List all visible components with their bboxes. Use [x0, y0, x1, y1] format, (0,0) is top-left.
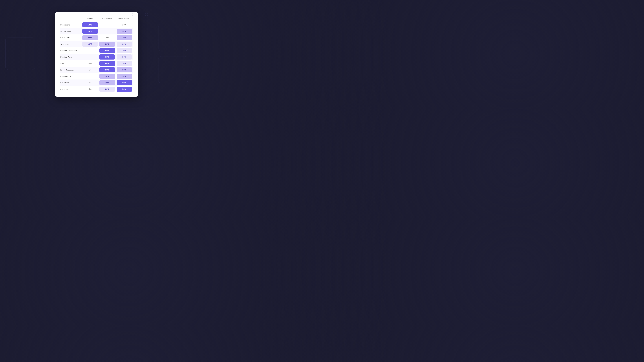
- col-header-primary: Primary items: [98, 16, 116, 21]
- cell-others: 60%: [82, 34, 98, 41]
- row-label: Integrations: [60, 24, 70, 26]
- cell-secondary: 20%: [116, 60, 133, 67]
- cell-primary: [98, 21, 116, 28]
- row-label: Function Runs: [60, 56, 72, 58]
- cell-others: 5%: [82, 86, 98, 92]
- cell-primary: 50%: [98, 73, 116, 79]
- bg-decoration-right-top: [158, 24, 188, 51]
- row-label: Signing Keys: [60, 30, 71, 32]
- cell-secondary: 50%: [116, 73, 133, 79]
- cell-secondary: 30%: [116, 54, 133, 60]
- cell-others: [82, 54, 98, 60]
- col-header-secondary: Secondary ite...: [116, 16, 133, 21]
- cell-others: 5%: [82, 67, 98, 73]
- cell-secondary: 55%: [116, 86, 133, 92]
- cell-primary: 30%: [98, 79, 116, 86]
- cell-primary: 20%: [98, 41, 116, 47]
- bg-decoration-right-bottom: [158, 56, 188, 83]
- main-card: Others Primary items Secondary ite... In…: [55, 12, 138, 97]
- cell-primary: [98, 28, 116, 34]
- cell-primary: 10%: [98, 34, 116, 41]
- cell-secondary: 60%: [116, 79, 133, 86]
- cell-secondary: 15%: [116, 21, 133, 28]
- cell-primary: 60%: [98, 54, 116, 60]
- cell-secondary: 20%: [116, 34, 133, 41]
- data-table: Others Primary items Secondary ite... In…: [60, 16, 133, 92]
- row-label: Apps: [60, 62, 64, 64]
- row-label: Functions List: [60, 75, 72, 77]
- cell-others: 20%: [82, 60, 98, 67]
- cell-others: 40%: [82, 41, 98, 47]
- row-label: Webhooks: [60, 43, 69, 45]
- cell-others: 5%: [82, 79, 98, 86]
- cell-primary: 55%: [98, 67, 116, 73]
- col-header-others: Others: [82, 16, 98, 21]
- col-header-label: [60, 16, 82, 21]
- cell-others: 70%: [82, 28, 98, 34]
- cell-others: 75%: [82, 21, 98, 28]
- row-label: Event Dashboard: [60, 69, 74, 71]
- row-label: Function Dashboard: [60, 50, 77, 52]
- cell-primary: 60%: [98, 60, 116, 67]
- row-label: Event Keys: [60, 37, 70, 39]
- cell-primary: 30%: [98, 86, 116, 92]
- cell-secondary: 20%: [116, 28, 133, 34]
- cell-primary: 65%: [98, 47, 116, 54]
- cell-others: [82, 47, 98, 54]
- cell-secondary: 30%: [116, 47, 133, 54]
- row-label: Event Logs: [60, 88, 70, 90]
- bg-decoration-left: [5, 37, 35, 70]
- bg-dots-pattern: [132, 8, 158, 24]
- row-label: Events List: [60, 82, 69, 84]
- cell-secondary: 35%: [116, 67, 133, 73]
- cell-secondary: 30%: [116, 41, 133, 47]
- cell-others: [82, 73, 98, 79]
